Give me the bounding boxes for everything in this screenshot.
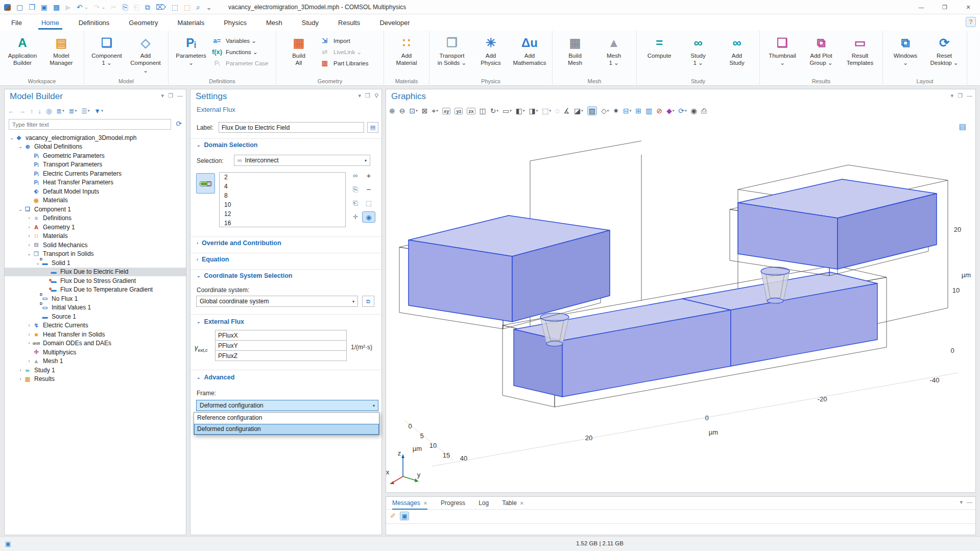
label-input[interactable] (219, 122, 364, 133)
zoom-to-selection-icon[interactable]: ✛ (349, 211, 362, 225)
split-horizontal-icon[interactable]: ⊟▾ (623, 107, 631, 115)
add-to-selection-icon[interactable]: + (362, 170, 375, 184)
pin-panel-icon[interactable]: ― (967, 92, 972, 99)
flux-z-input[interactable] (215, 350, 347, 361)
rotate-view-icon[interactable]: ↻▾ (490, 107, 498, 115)
tree-item-vacancy-electromigration-3dmodel-mph[interactable]: ⌄◈vacancy_electromigration_3Dmodel.mph (5, 133, 186, 142)
select-mode-icon[interactable]: ⬚▾ (542, 107, 551, 115)
add-study-button[interactable]: ∞AddStudy (719, 33, 755, 76)
copy-selection-icon[interactable]: ⎘ (349, 184, 362, 198)
tree-item-solid-mechanics[interactable]: ›⊟Solid Mechanics (5, 241, 186, 250)
tree-item-no-flux-1[interactable]: ▭DNo Flux 1 (5, 294, 186, 303)
forward-icon[interactable]: → (19, 107, 26, 115)
functions-button[interactable]: f(x)Functions ⌄ (211, 48, 272, 56)
chevron-right-icon[interactable]: › (26, 225, 32, 230)
flux-x-input[interactable] (215, 330, 347, 341)
menu-tab-results[interactable]: Results (337, 16, 361, 30)
tree-item-flux-due-to-temperature-gradient[interactable]: ▬Flux Due to Temperature Gradient (5, 285, 186, 295)
active-toggle-button[interactable] (196, 173, 215, 194)
chevron-right-icon[interactable]: › (26, 243, 32, 248)
zoom-in-icon[interactable]: ⊕ (389, 107, 395, 115)
tree-item-materials[interactable]: ›∷Materials (5, 232, 186, 241)
minimize-button[interactable]: — (910, 0, 933, 14)
plot-settings-icon[interactable]: ▤ (959, 122, 966, 131)
view-xy-icon[interactable]: xy (442, 108, 451, 114)
coordinate-system-combo[interactable]: Global coordinate system ▾ (196, 296, 358, 307)
frame-combo[interactable]: Deformed configuration ▾ (196, 400, 378, 411)
domain-item-10[interactable]: 10 (220, 200, 345, 209)
frame-option-reference-configuration[interactable]: Reference configuration (194, 413, 379, 424)
tab-progress[interactable]: Progress (441, 497, 465, 510)
clear-messages-icon[interactable]: ✐ (390, 512, 396, 520)
expand-all-icon[interactable]: ≣▾ (56, 107, 64, 115)
build-all-button[interactable]: ▦BuildAll (280, 33, 317, 76)
application-builder-button[interactable]: AApplicationBuilder (4, 33, 41, 76)
tree-item-materials[interactable]: ◉Materials (5, 196, 186, 205)
open-messages-window-icon[interactable]: ▣ (400, 512, 409, 520)
go-to-default-view-icon[interactable]: ⌖▾ (432, 107, 438, 115)
wireframe-icon[interactable]: ◇▾ (601, 107, 609, 115)
chevron-right-icon[interactable]: › (26, 358, 32, 364)
reset-desktop-button[interactable]: ⟳ResetDesktop ⌄ (926, 33, 963, 76)
show-icon[interactable]: ◎ (46, 107, 52, 115)
table-window-icon[interactable]: ▥ (646, 107, 652, 115)
tree-item-results[interactable]: ›▥Results (5, 375, 186, 384)
study-1-button[interactable]: ∞Study1 ⌄ (680, 33, 716, 76)
undo-icon[interactable]: ↶ (77, 0, 83, 14)
update-plot-icon[interactable]: ⟳▾ (678, 107, 686, 115)
chevron-right-icon[interactable]: › (26, 332, 32, 337)
remove-from-selection-icon[interactable]: − (362, 184, 375, 198)
section-coordinate-system[interactable]: ⌄ Coordinate System Selection (197, 272, 293, 279)
chevron-down-icon[interactable]: ⌄ (35, 260, 41, 266)
copy-icon[interactable]: ⎘ (123, 0, 128, 14)
tree-item-electric-currents[interactable]: ›↯Electric Currents (5, 321, 186, 330)
zoom-out-icon[interactable]: ⊖ (399, 107, 405, 115)
tree-item-domain-odes-and-daes[interactable]: ›d/dtDomain ODEs and DAEs (5, 339, 186, 348)
zoom-box-icon[interactable]: ⊡▾ (409, 107, 417, 115)
new-file-icon[interactable]: ▢ (16, 0, 23, 14)
selection-combo[interactable]: ∞ Interconnect ▾ (234, 155, 370, 166)
rename-label-icon[interactable]: ▤ (367, 122, 378, 133)
snapshot-icon[interactable]: ◉ (690, 107, 697, 115)
paste-selection-icon[interactable]: ⎗ (349, 198, 362, 211)
pin-panel-icon[interactable]: ― (967, 499, 972, 506)
component-1-button[interactable]: ❏Component1 ⌄ (88, 33, 125, 76)
clear-selection-icon[interactable]: ⬚ (184, 0, 190, 14)
print-icon[interactable]: ⎙ (701, 107, 707, 115)
help-icon[interactable]: ? (966, 17, 976, 27)
toolbar-options-icon[interactable]: ⌄ (206, 0, 212, 14)
parameters-button[interactable]: PᵢParameters⌄ (173, 33, 209, 76)
menu-tab-materials[interactable]: Materials (176, 16, 205, 30)
menu-tab-file[interactable]: File (10, 16, 23, 30)
duplicate-icon[interactable]: ⧉ (145, 0, 150, 14)
back-icon[interactable]: ← (8, 107, 14, 115)
clip-plane-icon[interactable]: ◪▾ (574, 107, 583, 115)
add-component-button[interactable]: ◇AddComponent ⌄ (127, 33, 164, 76)
mesh-1-button[interactable]: ▲Mesh1 ⌄ (595, 33, 632, 76)
pin-panel-icon[interactable]: ⚲ (374, 92, 378, 99)
section-equation[interactable]: › Equation (197, 256, 229, 263)
tree-item-heat-transfer-in-solids[interactable]: ›■Heat Transfer in Solids (5, 330, 186, 339)
graphics-canvas[interactable] (386, 89, 976, 493)
tree-item-definitions[interactable]: ›≡Definitions (5, 214, 186, 223)
tree-item-heat-transfer-parameters[interactable]: PᵢHeat Transfer Parameters (5, 178, 186, 187)
tree-item-transport-in-solids[interactable]: ⌄❐Transport in Solids (5, 250, 186, 259)
deselect-icon[interactable]: ⬚ (362, 198, 375, 211)
chevron-right-icon[interactable]: › (17, 368, 23, 373)
result-templates-button[interactable]: ▭ResultTemplates (842, 33, 878, 76)
panel-menu-icon[interactable]: ▾ (358, 92, 362, 99)
collapse-all-icon[interactable]: ≣▾ (69, 107, 77, 115)
measure-icon[interactable]: ∡ (563, 107, 570, 115)
active-highlight-icon[interactable]: ◉ (362, 211, 375, 223)
delete-icon[interactable]: ⌦ (156, 0, 166, 14)
model-manager-button[interactable]: ▤ModelManager (43, 33, 80, 76)
add-mathematics-button[interactable]: ΔuAddMathematics (511, 33, 548, 76)
domain-selection-list[interactable]: 248101216 (219, 172, 346, 227)
section-external-flux[interactable]: ⌄ External Flux (197, 318, 244, 325)
domain-item-2[interactable]: 2 (220, 173, 345, 182)
chevron-down-icon[interactable]: ⌄ (17, 207, 23, 212)
tree-item-electric-currents-parameters[interactable]: PᵢElectric Currents Parameters (5, 169, 186, 178)
tree-item-solid-1[interactable]: ⌄▬DSolid 1 (5, 258, 186, 268)
move-down-icon[interactable]: ↓ (38, 107, 42, 115)
import-button[interactable]: ⇲Import (319, 37, 379, 44)
